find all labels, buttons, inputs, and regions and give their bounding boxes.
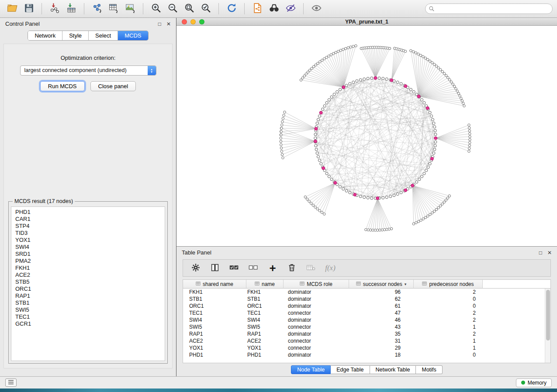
float-table-panel-button[interactable]: □ bbox=[539, 250, 542, 255]
table-cell[interactable]: 0 bbox=[414, 296, 483, 303]
import-network-button[interactable] bbox=[47, 2, 62, 16]
network-window-titlebar[interactable]: YPA_prune.txt_1 bbox=[176, 18, 557, 26]
table-cell[interactable]: dominator bbox=[284, 351, 349, 358]
table-cell[interactable]: 47 bbox=[349, 309, 414, 316]
new-table-button[interactable] bbox=[106, 2, 121, 16]
table-cell[interactable]: connector bbox=[284, 344, 349, 351]
status-menu-button[interactable] bbox=[5, 378, 17, 387]
table-cell[interactable]: dominator bbox=[284, 296, 349, 303]
tab-node-table[interactable]: Node Table bbox=[291, 365, 331, 374]
mcds-result-item[interactable]: SWI5 bbox=[15, 306, 161, 313]
show-graphics-details-button[interactable] bbox=[308, 2, 324, 16]
table-cell[interactable]: TEC1 bbox=[183, 309, 246, 316]
table-cell[interactable]: 2 bbox=[414, 309, 483, 316]
table-cell[interactable]: 0 bbox=[414, 303, 483, 309]
save-session-button[interactable] bbox=[21, 2, 37, 16]
network-canvas[interactable] bbox=[176, 26, 557, 246]
tab-network[interactable]: Network bbox=[28, 31, 62, 40]
mcds-result-item[interactable]: PMA2 bbox=[15, 258, 161, 265]
mcds-result-item[interactable]: TID3 bbox=[15, 230, 161, 237]
table-cell[interactable]: 62 bbox=[349, 296, 414, 303]
unselect-all-columns-button[interactable] bbox=[246, 261, 261, 275]
float-panel-button[interactable]: □ bbox=[158, 21, 161, 27]
export-document-button[interactable] bbox=[249, 2, 265, 16]
table-cell[interactable]: 1 bbox=[414, 323, 483, 330]
column-header-predecessor-nodes[interactable]: predecessor nodes bbox=[414, 280, 483, 289]
create-column-button[interactable]: + bbox=[265, 261, 280, 275]
table-cell[interactable]: connector bbox=[284, 337, 349, 344]
table-cell[interactable]: PHD1 bbox=[246, 351, 284, 358]
mcds-result-item[interactable]: STP4 bbox=[15, 223, 161, 230]
table-cell[interactable]: ORC1 bbox=[246, 303, 284, 309]
table-cell[interactable]: dominator bbox=[284, 330, 349, 337]
table-row[interactable]: FKH1FKH1dominator962 bbox=[183, 289, 550, 296]
mcds-result-list[interactable]: PHD1CAR1STP4TID3YOX1SWI4SRD1PMA2FKH1ACE2… bbox=[11, 206, 165, 361]
delete-column-button[interactable] bbox=[284, 261, 299, 275]
table-scrollbar[interactable] bbox=[545, 289, 550, 363]
table-row[interactable]: ORC1ORC1dominator610 bbox=[183, 303, 550, 309]
column-header-mcds-role[interactable]: MCDS role bbox=[284, 280, 349, 289]
table-cell[interactable]: SWI4 bbox=[246, 316, 284, 323]
table-row[interactable]: STB1STB1dominator620 bbox=[183, 296, 550, 303]
minimize-window-icon[interactable] bbox=[190, 19, 196, 24]
new-network-button[interactable] bbox=[89, 2, 105, 16]
close-panel-button[interactable]: ✕ bbox=[166, 21, 171, 27]
table-cell[interactable]: FKH1 bbox=[183, 289, 246, 296]
open-session-button[interactable] bbox=[4, 2, 20, 16]
table-cell[interactable]: YOX1 bbox=[183, 344, 246, 351]
table-cell[interactable]: dominator bbox=[284, 316, 349, 323]
table-cell[interactable]: ACE2 bbox=[183, 337, 246, 344]
table-row[interactable]: SWI5SWI5connector431 bbox=[183, 323, 550, 330]
mcds-result-item[interactable]: ACE2 bbox=[15, 272, 161, 279]
mcds-result-item[interactable]: PHD1 bbox=[15, 209, 161, 216]
table-settings-button[interactable] bbox=[188, 261, 203, 275]
table-cell[interactable]: STB1 bbox=[246, 296, 284, 303]
table-cell[interactable]: 1 bbox=[414, 344, 483, 351]
mcds-result-item[interactable]: GCR1 bbox=[15, 320, 161, 327]
table-cell[interactable]: 43 bbox=[349, 323, 414, 330]
table-cell[interactable]: SWI5 bbox=[246, 323, 284, 330]
table-cell[interactable]: ORC1 bbox=[183, 303, 246, 309]
tab-network-table[interactable]: Network Table bbox=[370, 365, 416, 374]
mcds-result-item[interactable]: RAP1 bbox=[15, 292, 161, 299]
function-builder-button[interactable]: f(x) bbox=[323, 261, 338, 275]
table-scrollbar-thumb[interactable] bbox=[546, 290, 550, 340]
table-cell[interactable]: 46 bbox=[349, 316, 414, 323]
tab-select[interactable]: Select bbox=[89, 31, 118, 40]
column-header-shared-name[interactable]: shared name bbox=[183, 280, 246, 289]
mcds-result-item[interactable]: STB5 bbox=[15, 279, 161, 285]
mcds-result-item[interactable]: SWI4 bbox=[15, 244, 161, 251]
optimization-criterion-select[interactable]: largest connected component (undirected)… bbox=[20, 65, 156, 76]
table-cell[interactable]: 18 bbox=[349, 351, 414, 358]
apply-layout-button[interactable] bbox=[224, 2, 239, 16]
mcds-result-item[interactable]: ORC1 bbox=[15, 285, 161, 292]
tab-edge-table[interactable]: Edge Table bbox=[331, 365, 370, 374]
zoom-out-button[interactable] bbox=[165, 2, 180, 16]
mcds-result-item[interactable]: YOX1 bbox=[15, 237, 161, 244]
run-mcds-button[interactable]: Run MCDS bbox=[40, 81, 85, 91]
mcds-result-item[interactable]: STB1 bbox=[15, 299, 161, 306]
mcds-result-item[interactable]: TEC1 bbox=[15, 313, 161, 320]
table-row[interactable]: TEC1TEC1connector472 bbox=[183, 309, 550, 316]
table-cell[interactable]: 29 bbox=[349, 344, 414, 351]
table-row[interactable]: RAP1RAP1dominator352 bbox=[183, 330, 550, 337]
table-cell[interactable]: 0 bbox=[414, 351, 483, 358]
table-cell[interactable]: 1 bbox=[414, 337, 483, 344]
table-cell[interactable]: YOX1 bbox=[246, 344, 284, 351]
table-cell[interactable]: STB1 bbox=[183, 296, 246, 303]
network-graph[interactable] bbox=[176, 26, 557, 246]
tab-motifs[interactable]: Motifs bbox=[416, 365, 442, 374]
table-cell[interactable]: SWI5 bbox=[183, 323, 246, 330]
table-row[interactable]: SWI4SWI4dominator462 bbox=[183, 316, 550, 323]
table-cell[interactable]: 31 bbox=[349, 337, 414, 344]
zoom-in-button[interactable] bbox=[148, 2, 164, 16]
table-cell[interactable]: RAP1 bbox=[183, 330, 246, 337]
tab-mcds[interactable]: MCDS bbox=[118, 31, 148, 40]
table-cell[interactable]: 61 bbox=[349, 303, 414, 309]
zoom-selected-button[interactable] bbox=[198, 2, 214, 16]
table-cell[interactable]: 2 bbox=[414, 316, 483, 323]
table-cell[interactable]: connector bbox=[284, 309, 349, 316]
table-cell[interactable]: PHD1 bbox=[183, 351, 246, 358]
mcds-result-item[interactable]: FKH1 bbox=[15, 265, 161, 272]
table-cell[interactable]: RAP1 bbox=[246, 330, 284, 337]
